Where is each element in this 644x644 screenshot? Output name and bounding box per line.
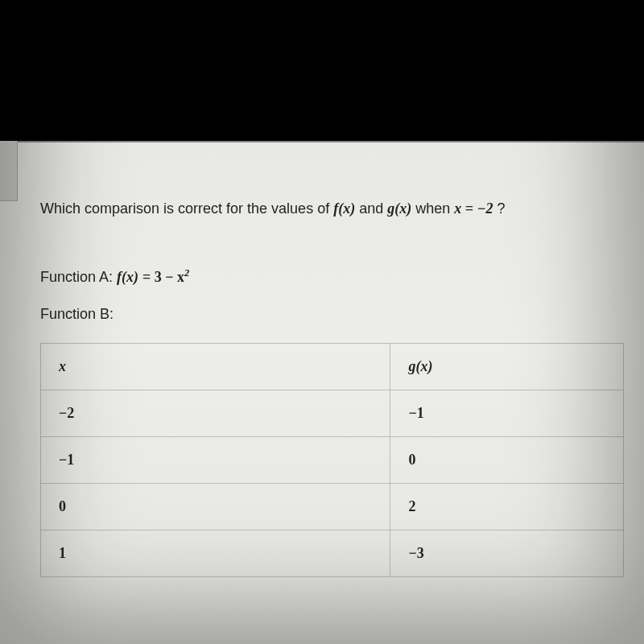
- cell-x: −1: [41, 437, 390, 484]
- function-b-label: Function B:: [40, 306, 624, 323]
- cell-gx: −3: [390, 530, 624, 577]
- question-mid2: when: [415, 200, 454, 217]
- gx-symbol: g(x): [387, 200, 411, 217]
- header-x: x: [41, 344, 390, 390]
- function-a-exp: 2: [184, 267, 189, 279]
- question-prefix: Which comparison is correct for the valu…: [40, 200, 333, 217]
- function-a-row: Function A: f(x) = 3 − x2: [40, 267, 624, 286]
- table-row: 0 2: [41, 484, 624, 530]
- question-suffix: ?: [497, 200, 505, 217]
- function-a-rhs: 3 − x: [155, 269, 184, 285]
- table-row: −2 −1: [41, 390, 624, 437]
- question-panel: Which comparison is correct for the valu…: [0, 141, 644, 644]
- function-b-table: x g(x) −2 −1 −1 0 0 2 1 −3: [40, 343, 624, 577]
- question-mid1: and: [359, 200, 387, 217]
- cell-x: 1: [41, 530, 390, 577]
- header-gx: g(x): [390, 344, 624, 390]
- function-a-label: Function A:: [40, 269, 117, 285]
- cell-gx: 2: [390, 484, 624, 530]
- cell-gx: 0: [390, 437, 624, 484]
- left-tab: [0, 141, 18, 201]
- cell-x: 0: [41, 484, 390, 530]
- cell-gx: −1: [390, 390, 624, 437]
- table-row: 1 −3: [41, 530, 624, 577]
- table-header-row: x g(x): [41, 344, 624, 390]
- function-a-lhs: f(x): [117, 269, 138, 285]
- cell-x: −2: [41, 390, 390, 437]
- table-row: −1 0: [41, 437, 624, 484]
- x-equals: x = −2: [454, 200, 493, 217]
- function-a-eq: =: [142, 269, 155, 285]
- fx-symbol: f(x): [333, 200, 355, 217]
- question-text: Which comparison is correct for the valu…: [40, 199, 624, 219]
